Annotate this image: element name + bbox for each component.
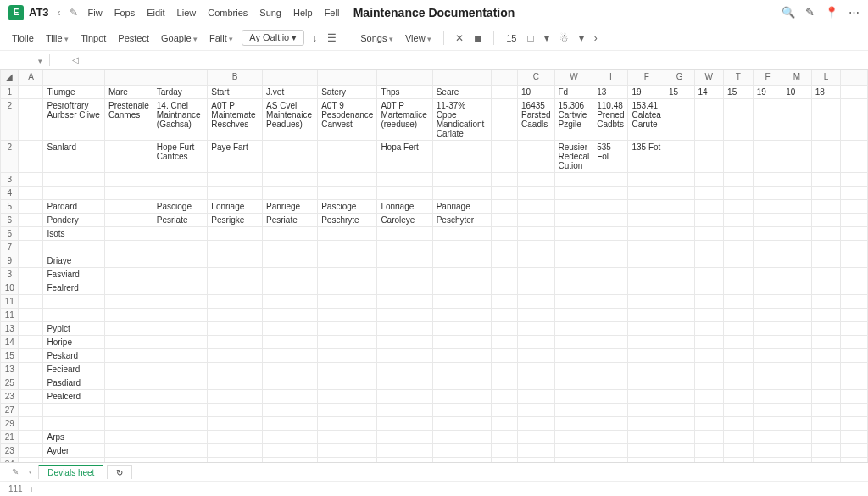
cell[interactable] xyxy=(593,376,628,390)
pin-icon[interactable]: 📍 xyxy=(825,6,838,19)
cell-reference[interactable]: AT3 xyxy=(29,6,49,19)
cell[interactable] xyxy=(491,404,518,417)
cell[interactable] xyxy=(105,200,153,214)
cell[interactable] xyxy=(105,214,153,227)
cell[interactable] xyxy=(432,322,491,336)
cell[interactable] xyxy=(753,404,782,417)
cell[interactable] xyxy=(628,187,665,200)
cell[interactable] xyxy=(491,227,518,241)
row-header[interactable]: 23 xyxy=(1,444,19,458)
cell[interactable] xyxy=(377,241,432,254)
cell[interactable] xyxy=(724,214,754,227)
cell[interactable] xyxy=(753,99,782,141)
cell[interactable] xyxy=(377,322,432,336)
cell[interactable]: Ayder xyxy=(43,444,105,458)
cell[interactable] xyxy=(782,322,812,336)
cell[interactable] xyxy=(105,404,153,417)
cell[interactable] xyxy=(263,141,318,173)
cell[interactable] xyxy=(753,295,782,309)
cell[interactable] xyxy=(753,268,782,281)
cell[interactable] xyxy=(724,268,754,281)
cell[interactable]: Lonriage xyxy=(377,200,432,214)
cell[interactable] xyxy=(593,200,628,214)
cell[interactable] xyxy=(105,322,153,336)
cell[interactable] xyxy=(518,336,554,349)
cell[interactable] xyxy=(432,268,491,281)
column-header[interactable] xyxy=(491,70,518,86)
cell[interactable] xyxy=(811,254,841,268)
cell[interactable] xyxy=(19,417,43,431)
cell[interactable] xyxy=(665,268,694,281)
cell[interactable] xyxy=(593,404,628,417)
cell[interactable] xyxy=(665,227,694,241)
cell[interactable] xyxy=(518,322,554,336)
cell[interactable] xyxy=(811,268,841,281)
cell[interactable] xyxy=(208,241,263,254)
cell[interactable] xyxy=(518,444,554,458)
cell[interactable] xyxy=(811,214,841,227)
cell[interactable]: Peschryte xyxy=(318,214,377,227)
cell[interactable] xyxy=(43,417,105,431)
column-header[interactable]: F xyxy=(628,70,665,86)
cell[interactable] xyxy=(263,363,318,376)
cell[interactable] xyxy=(491,295,518,309)
cell[interactable] xyxy=(518,200,554,214)
cell[interactable]: 14. Cnel Maintnance (Gachsa) xyxy=(153,99,208,141)
cell[interactable] xyxy=(593,363,628,376)
cell[interactable] xyxy=(665,200,694,214)
cell[interactable] xyxy=(518,254,554,268)
cell[interactable] xyxy=(208,227,263,241)
cell[interactable] xyxy=(753,241,782,254)
cell[interactable]: Pondery xyxy=(43,214,105,227)
cell[interactable] xyxy=(841,349,868,363)
column-header[interactable]: M xyxy=(782,70,812,86)
cell[interactable] xyxy=(105,349,153,363)
cell[interactable] xyxy=(377,295,432,309)
cell[interactable] xyxy=(724,241,754,254)
cell[interactable] xyxy=(724,254,754,268)
cell[interactable] xyxy=(377,390,432,404)
cell[interactable] xyxy=(782,99,812,141)
cell[interactable] xyxy=(593,295,628,309)
cell[interactable] xyxy=(554,187,593,200)
cell[interactable] xyxy=(432,390,491,404)
cell[interactable] xyxy=(593,444,628,458)
row-header[interactable]: 7 xyxy=(1,241,19,254)
cell[interactable] xyxy=(593,417,628,431)
cell[interactable] xyxy=(593,322,628,336)
cell[interactable] xyxy=(19,227,43,241)
cell[interactable] xyxy=(491,99,518,141)
row-header[interactable]: 14 xyxy=(1,336,19,349)
cell[interactable] xyxy=(811,336,841,349)
cell[interactable] xyxy=(724,417,754,431)
cell[interactable] xyxy=(19,214,43,227)
cell[interactable] xyxy=(811,363,841,376)
cell[interactable] xyxy=(208,336,263,349)
cell[interactable] xyxy=(43,187,105,200)
cell[interactable]: 16435 Parsted Caadls xyxy=(518,99,554,141)
cell[interactable] xyxy=(208,281,263,295)
cell[interactable] xyxy=(694,363,724,376)
cell[interactable] xyxy=(724,227,754,241)
cell[interactable] xyxy=(628,417,665,431)
cell[interactable] xyxy=(811,417,841,431)
cell[interactable] xyxy=(628,376,665,390)
cell[interactable] xyxy=(153,404,208,417)
cell[interactable] xyxy=(628,200,665,214)
cell[interactable] xyxy=(19,336,43,349)
cell[interactable]: 10 xyxy=(782,86,812,99)
cell[interactable] xyxy=(694,187,724,200)
cell[interactable] xyxy=(105,254,153,268)
cell[interactable] xyxy=(841,309,868,322)
cell[interactable] xyxy=(43,295,105,309)
cell[interactable]: Prestenale Canmes xyxy=(105,99,153,141)
cell[interactable] xyxy=(377,431,432,444)
cell[interactable] xyxy=(263,404,318,417)
cell[interactable] xyxy=(432,281,491,295)
cell[interactable]: 11-37% Cppe Mandicationt Carlate xyxy=(432,99,491,141)
cell[interactable] xyxy=(318,336,377,349)
cell[interactable] xyxy=(153,458,208,463)
cell[interactable] xyxy=(782,431,812,444)
cell[interactable] xyxy=(377,376,432,390)
cell[interactable]: AS Cvel Maintenaice Peadues) xyxy=(263,99,318,141)
